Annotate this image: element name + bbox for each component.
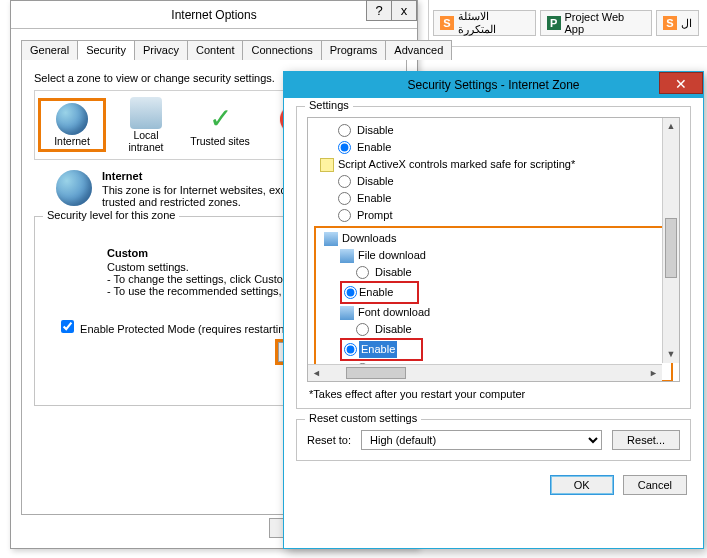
- radio-font-download-enable[interactable]: [344, 343, 357, 356]
- fieldset-legend: Reset custom settings: [305, 412, 421, 424]
- globe-icon: [56, 170, 92, 206]
- help-button[interactable]: ?: [366, 0, 392, 21]
- zone-trusted-sites[interactable]: ✓ Trusted sites: [189, 103, 251, 147]
- close-button[interactable]: x: [391, 0, 417, 21]
- zone-local-intranet[interactable]: Local intranet: [115, 97, 177, 153]
- radio-file-download-disable[interactable]: [356, 266, 369, 279]
- settings-fieldset: Settings Disable Enable Script ActiveX c…: [296, 106, 691, 409]
- protected-mode-label: Enable Protected Mode (requires restarti…: [80, 323, 297, 335]
- radio-disable[interactable]: [338, 175, 351, 188]
- fieldset-legend: Settings: [305, 99, 353, 111]
- tab-privacy[interactable]: Privacy: [134, 40, 188, 60]
- browser-tab[interactable]: S الاسئلة المتكررة: [433, 10, 536, 36]
- browser-tab-label: Project Web App: [565, 11, 645, 35]
- activex-icon: [320, 158, 334, 172]
- globe-icon: [56, 103, 88, 135]
- sharepoint-icon: S: [440, 16, 454, 30]
- file-download-node: File download: [358, 247, 426, 264]
- cancel-button[interactable]: Cancel: [623, 475, 687, 495]
- security-settings-dialog: Security Settings - Internet Zone ✕ Sett…: [283, 71, 704, 549]
- close-button[interactable]: ✕: [659, 72, 703, 94]
- zone-label: Local intranet: [115, 129, 177, 153]
- reset-custom-settings-fieldset: Reset custom settings Reset to: High (de…: [296, 419, 691, 461]
- scroll-up-arrow[interactable]: ▲: [663, 118, 679, 135]
- protected-mode-input[interactable]: [61, 320, 74, 333]
- zone-label: Internet: [54, 135, 90, 147]
- scroll-thumb[interactable]: [665, 218, 677, 278]
- file-download-enable-highlight: Enable: [340, 281, 419, 304]
- dialog-title: Security Settings - Internet Zone: [407, 78, 579, 92]
- tab-security[interactable]: Security: [77, 40, 135, 60]
- dialog-titlebar[interactable]: Security Settings - Internet Zone ✕: [284, 72, 703, 98]
- font-download-node: Font download: [358, 304, 430, 321]
- browser-tab-label: الاسئلة المتكررة: [458, 10, 529, 36]
- browser-tab[interactable]: P Project Web App: [540, 10, 652, 36]
- scroll-thumb[interactable]: [346, 367, 406, 379]
- intranet-icon: [130, 97, 162, 129]
- restart-note: *Takes effect after you restart your com…: [309, 388, 678, 400]
- tab-connections[interactable]: Connections: [242, 40, 321, 60]
- tab-general[interactable]: General: [21, 40, 78, 60]
- vertical-scrollbar[interactable]: ▲ ▼: [662, 118, 679, 363]
- project-icon: P: [547, 16, 561, 30]
- zone-internet[interactable]: Internet: [41, 101, 103, 149]
- download-icon: [324, 232, 338, 246]
- tab-advanced[interactable]: Advanced: [385, 40, 452, 60]
- downloads-highlight: Downloads File download Disable Enable F…: [314, 226, 673, 382]
- downloads-node: Downloads: [342, 230, 396, 247]
- dialog-title: Internet Options: [171, 8, 256, 22]
- tab-programs[interactable]: Programs: [321, 40, 387, 60]
- browser-tab[interactable]: S ال: [656, 10, 699, 36]
- radio-font-download-disable[interactable]: [356, 323, 369, 336]
- fieldset-legend: Security level for this zone: [43, 209, 179, 221]
- file-download-icon: [340, 249, 354, 263]
- script-activex-node: Script ActiveX controls marked safe for …: [338, 156, 575, 173]
- browser-tab-label: ال: [681, 17, 692, 30]
- scroll-right-arrow[interactable]: ►: [645, 365, 662, 381]
- dialog-titlebar[interactable]: Internet Options ? x: [11, 1, 417, 29]
- tab-strip: General Security Privacy Content Connect…: [21, 39, 407, 60]
- scroll-left-arrow[interactable]: ◄: [308, 365, 325, 381]
- font-download-icon: [340, 306, 354, 320]
- horizontal-scrollbar[interactable]: ◄ ►: [308, 364, 662, 381]
- font-download-enable-highlight: Enable: [340, 338, 423, 361]
- reset-button[interactable]: Reset...: [612, 430, 680, 450]
- reset-to-select[interactable]: High (default): [361, 430, 602, 450]
- browser-tab-strip: S الاسئلة المتكررة P Project Web App S ا…: [428, 0, 707, 47]
- settings-tree[interactable]: Disable Enable Script ActiveX controls m…: [307, 117, 680, 382]
- protected-mode-checkbox[interactable]: Enable Protected Mode (requires restarti…: [57, 323, 297, 335]
- check-icon: ✓: [204, 103, 236, 135]
- tab-content[interactable]: Content: [187, 40, 244, 60]
- sharepoint-icon: S: [663, 16, 677, 30]
- radio-file-download-enable[interactable]: [344, 286, 357, 299]
- radio-disable[interactable]: [338, 124, 351, 137]
- radio-prompt[interactable]: [338, 209, 351, 222]
- reset-to-label: Reset to:: [307, 434, 351, 446]
- radio-enable[interactable]: [338, 141, 351, 154]
- scroll-down-arrow[interactable]: ▼: [663, 346, 679, 363]
- radio-enable[interactable]: [338, 192, 351, 205]
- zone-label: Trusted sites: [190, 135, 250, 147]
- ok-button[interactable]: OK: [550, 475, 614, 495]
